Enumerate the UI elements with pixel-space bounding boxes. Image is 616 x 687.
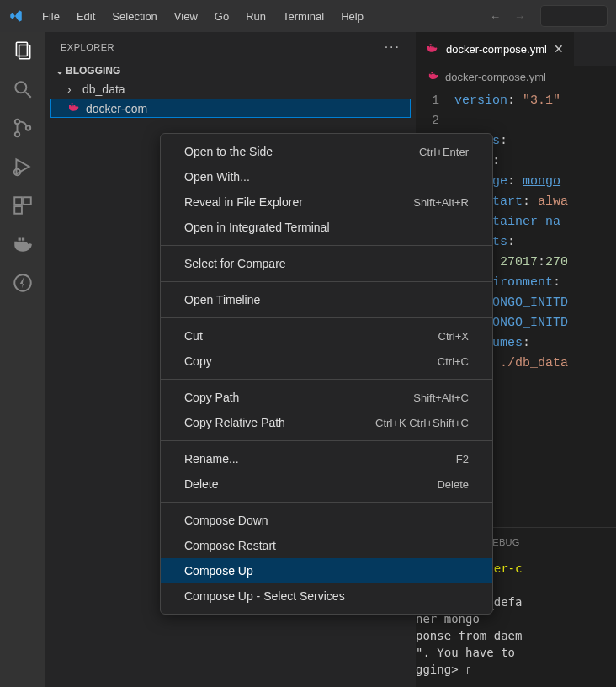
docker-file-icon: [427, 70, 440, 83]
svg-point-6: [26, 125, 30, 130]
thunder-icon[interactable]: [11, 271, 35, 295]
ctx-copy-path[interactable]: Copy PathShift+Alt+C: [161, 385, 492, 410]
tree-item-label: db_data: [82, 83, 125, 96]
source-control-icon[interactable]: [11, 116, 35, 140]
chevron-down-icon: ⌄: [56, 65, 66, 77]
ctx-delete[interactable]: DeleteDelete: [161, 471, 492, 497]
context-menu: Open to the SideCtrl+EnterOpen With...Re…: [160, 133, 493, 615]
sidebar-title: EXPLORER: [61, 42, 114, 52]
folder-section-header[interactable]: ⌄ BLOGGING: [50, 61, 411, 80]
ctx-open-with-[interactable]: Open With...: [161, 164, 492, 189]
menu-help[interactable]: Help: [332, 5, 372, 28]
svg-rect-10: [14, 206, 22, 214]
ctx-open-to-the-side[interactable]: Open to the SideCtrl+Enter: [161, 139, 492, 164]
menu-file[interactable]: File: [34, 5, 68, 28]
svg-line-3: [25, 92, 31, 98]
tree-item-label: docker-com: [86, 102, 147, 115]
vscode-logo-icon: [8, 8, 24, 24]
explorer-icon[interactable]: [11, 39, 35, 62]
ctx-copy-relative-path[interactable]: Copy Relative PathCtrl+K Ctrl+Shift+C: [161, 410, 492, 435]
menu-edit[interactable]: Edit: [68, 5, 104, 28]
menu-selection[interactable]: Selection: [104, 5, 165, 28]
breadcrumb[interactable]: docker-compose.yml: [416, 66, 616, 88]
svg-rect-8: [14, 197, 22, 205]
docker-file-icon: [67, 101, 81, 115]
svg-point-4: [15, 120, 19, 124]
ctx-reveal-in-file-explorer[interactable]: Reveal in File ExplorerShift+Alt+R: [161, 189, 492, 215]
menu-run[interactable]: Run: [237, 5, 274, 28]
ctx-open-timeline[interactable]: Open Timeline: [161, 287, 492, 312]
ctx-compose-up-select-services[interactable]: Compose Up - Select Services: [161, 583, 492, 609]
nav-back-icon[interactable]: ←: [490, 10, 501, 23]
svg-point-5: [15, 132, 19, 136]
nav-forward-icon[interactable]: →: [514, 10, 525, 23]
chevron-right-icon: ›: [67, 83, 77, 96]
docker-icon[interactable]: [11, 232, 35, 256]
tab-label: docker-compose.yml: [446, 43, 547, 56]
ctx-compose-restart[interactable]: Compose Restart: [161, 533, 492, 558]
tree-folder-item[interactable]: › db_data: [50, 80, 411, 99]
svg-rect-9: [24, 197, 31, 205]
extensions-icon[interactable]: [11, 194, 35, 217]
ctx-cut[interactable]: CutCtrl+X: [161, 323, 492, 349]
search-icon[interactable]: [11, 77, 35, 101]
tab-bar: docker-compose.yml ✕: [416, 32, 616, 66]
activity-bar: [0, 32, 45, 687]
menu-go[interactable]: Go: [206, 5, 237, 28]
docker-file-icon: [426, 42, 439, 56]
more-icon[interactable]: ···: [385, 40, 401, 55]
menu-view[interactable]: View: [166, 5, 206, 28]
command-search-input[interactable]: [540, 5, 608, 27]
editor-tab[interactable]: docker-compose.yml ✕: [416, 32, 575, 66]
menu-bar: FileEditSelectionViewGoRunTerminalHelp: [34, 5, 372, 28]
tree-file-item[interactable]: docker-com: [50, 99, 411, 118]
ctx-open-in-integrated-terminal[interactable]: Open in Integrated Terminal: [161, 215, 492, 240]
ctx-select-for-compare[interactable]: Select for Compare: [161, 251, 492, 276]
ctx-rename-[interactable]: Rename...F2: [161, 446, 492, 471]
menu-terminal[interactable]: Terminal: [274, 5, 332, 28]
ctx-copy[interactable]: CopyCtrl+C: [161, 349, 492, 374]
ctx-compose-down[interactable]: Compose Down: [161, 508, 492, 533]
titlebar: FileEditSelectionViewGoRunTerminalHelp ←…: [0, 0, 616, 32]
run-debug-icon[interactable]: [11, 155, 35, 178]
ctx-compose-up[interactable]: Compose Up: [161, 558, 492, 583]
close-icon[interactable]: ✕: [554, 42, 564, 56]
svg-point-2: [15, 82, 26, 93]
